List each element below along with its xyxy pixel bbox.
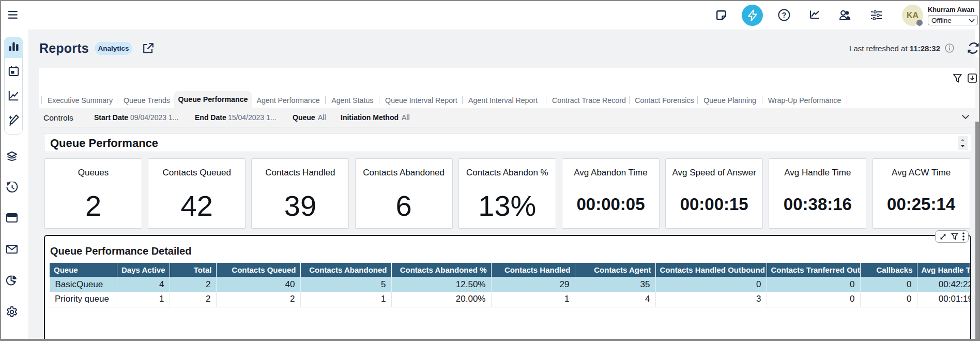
svg-text:?: ? [782, 11, 787, 19]
